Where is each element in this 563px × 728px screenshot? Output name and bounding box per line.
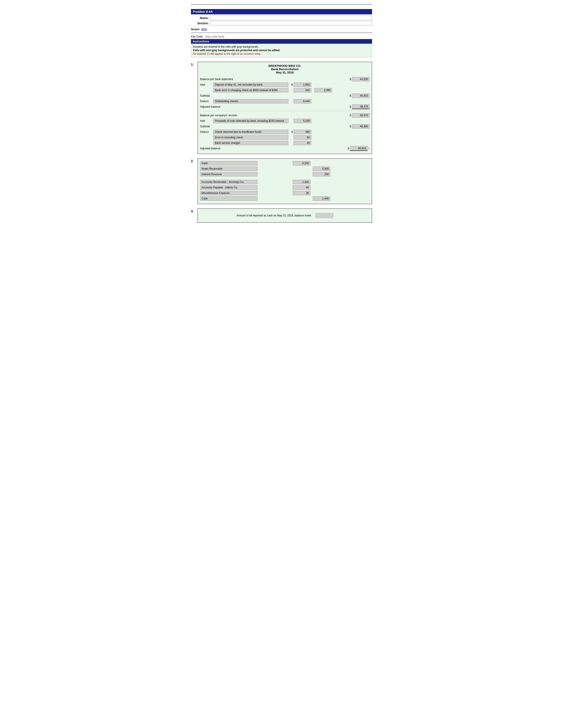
journal-debit-5[interactable]: 90 xyxy=(293,185,311,190)
journal-debit-1[interactable]: 5,250 xyxy=(293,161,311,165)
name-input[interactable] xyxy=(210,16,372,20)
adj1-dollar: $ xyxy=(349,105,352,108)
add-subtotal-right[interactable]: 2,390 xyxy=(315,88,332,92)
journal-entry-1-cash: Cash 5,250 xyxy=(200,161,370,166)
company-balance-amt[interactable]: 35,670 xyxy=(352,113,370,118)
journal-credit-7[interactable]: 1,445 xyxy=(313,196,330,201)
instruction-line2: Cells with non-gray backgrounds are prot… xyxy=(193,49,280,52)
add-item1-amt[interactable]: 1,850 xyxy=(294,83,311,87)
bank-balance-label: Balance per bank statement xyxy=(200,78,248,81)
recon-title3: May 31, 2016 xyxy=(200,71,370,74)
deduct2-item1-row: Deduct: Check returned due to insufficie… xyxy=(200,129,370,134)
deduct2-item1-amt[interactable]: 390 xyxy=(294,130,311,134)
journal-account-7[interactable]: Cash xyxy=(200,196,257,201)
part1-content: BRENTWOOD BIKE CO. Bank Reconciliation M… xyxy=(197,62,372,154)
add-item1-desc[interactable]: Deposit of May 31, not recorded by bank xyxy=(213,83,289,87)
problem-header: Problem 8-4A xyxy=(191,9,372,14)
deduct2-item2-row: Error in recording check 90 xyxy=(200,135,370,140)
journal-account-5[interactable]: Accounts Payable - Adkins Co. xyxy=(200,185,257,190)
add-label1: Add: xyxy=(200,83,213,86)
recon-title: BRENTWOOD BIKE CO. Bank Reconciliation M… xyxy=(200,64,370,74)
journal-credit-2[interactable]: 5,000 xyxy=(313,167,330,171)
instructions-header: Instructions xyxy=(191,39,372,44)
adj2-dollar: $ xyxy=(347,147,350,150)
deduct2-item1-desc[interactable]: Check returned due to insufficient funds xyxy=(213,130,289,134)
keycode-value: [Key code here] xyxy=(205,35,224,38)
keycode-label: Key Code: xyxy=(191,35,203,38)
subtotal1-row: Subtotal $ 45,915 xyxy=(200,93,370,98)
subtotal2-amt[interactable]: 40,920 xyxy=(352,124,370,129)
company-balance-label: Balance per company's records xyxy=(200,114,248,117)
part3-section: 3. Amount to be reported as cash on May … xyxy=(191,208,372,223)
deduct-label1: Deduct: xyxy=(200,100,213,103)
add2-item1-desc[interactable]: Proceeds of note collected by bank, incl… xyxy=(213,119,289,123)
journal-entry-1-notes: Notes Receivable 5,000 xyxy=(200,166,370,171)
journal-entry-2-ar: Accounts Receivable - Jennings Co. 1,325 xyxy=(200,180,370,184)
part3-value[interactable] xyxy=(316,213,333,218)
journal-debit-4[interactable]: 1,325 xyxy=(293,180,311,184)
bank-balance-row: Balance per bank statement $ 43,525 xyxy=(200,77,370,82)
subtotal1-amt[interactable]: 45,915 xyxy=(352,94,370,98)
add-item2-row: Bank error in charging check as $930 ins… xyxy=(200,88,370,93)
add-item2-desc[interactable]: Bank error in charging check as $930 ins… xyxy=(213,88,289,92)
part3-label: Amount to be reported as cash on May 31,… xyxy=(236,214,311,217)
journal-entry-1-interest: Interest Revenue 250 xyxy=(200,172,370,177)
deduct-item1-amt[interactable]: 6,440 xyxy=(294,99,311,103)
part1-number: 1. xyxy=(191,62,197,154)
add-item2-amt[interactable]: 540 xyxy=(294,88,311,92)
instruction-line3: An asterisk (*) will appear to the right… xyxy=(193,52,370,55)
deduct-item1-desc[interactable]: Outstanding checks xyxy=(213,99,289,103)
problem-title: Problem 8-4A xyxy=(193,10,212,13)
journal-account-6[interactable]: Miscellaneous Expense xyxy=(200,191,257,195)
deduct2-item3-amt[interactable]: 30 xyxy=(294,141,311,145)
add2-label: Add: xyxy=(200,119,213,122)
journal-entry-2-cash: Cash 1,445 xyxy=(200,196,370,201)
recon-title1: BRENTWOOD BIKE CO. xyxy=(200,64,370,68)
part1-section: 1. BRENTWOOD BIKE CO. Bank Reconciliatio… xyxy=(191,62,372,154)
adjusted-balance1-amt[interactable]: 39,475 xyxy=(352,104,370,109)
add2-item1-row: Add: Proceeds of note collected by bank,… xyxy=(200,118,370,123)
company-balance-row: Balance per company's records $ 35,670 xyxy=(200,113,370,118)
add-item1-dollar: $ xyxy=(291,83,294,86)
part3-content: Amount to be reported as cash on May 31,… xyxy=(197,208,372,223)
subtotal2-label: Subtotal xyxy=(200,125,248,128)
journal-debit-6[interactable]: 30 xyxy=(293,191,311,195)
journal-credit-3[interactable]: 250 xyxy=(313,172,330,176)
instructions-body: Answers are entered in the cells with gr… xyxy=(191,44,372,57)
section-label: Section: xyxy=(191,22,209,25)
deduct2-item3-row: Bank service charges 30 xyxy=(200,141,370,145)
adjusted-balance1-row: Adjusted balance $ 39,475 xyxy=(200,104,370,109)
journal-account-3[interactable]: Interest Revenue xyxy=(200,172,257,176)
journal-entry-2-ap: Accounts Payable - Adkins Co. 90 xyxy=(200,185,370,190)
adjusted-balance2-label: Adjusted balance xyxy=(200,147,248,150)
bank-dollar: $ xyxy=(349,78,352,81)
adjusted-balance2-amt[interactable]: 40,410 xyxy=(350,146,368,151)
part3-number: 3. xyxy=(191,208,197,223)
name-label: Name: xyxy=(191,16,209,20)
instruction-line1: Answers are entered in the cells with gr… xyxy=(193,45,370,48)
journal-account-4[interactable]: Accounts Receivable - Jennings Co. xyxy=(200,180,257,184)
subtotal1-label: Subtotal xyxy=(200,94,248,97)
deduct2-item2-desc[interactable]: Error in recording check xyxy=(213,135,289,140)
journal-account-1[interactable]: Cash xyxy=(200,161,257,165)
bank-balance-value[interactable]: 43,525 xyxy=(352,77,370,81)
add-item1-row: Add: Deposit of May 31, not recorded by … xyxy=(200,82,370,87)
deduct-item1-row: Deduct: Outstanding checks 6,440 xyxy=(200,99,370,104)
journal-entry-2-misc: Miscellaneous Expense 30 xyxy=(200,191,370,195)
add2-item1-amt[interactable]: 5,250 xyxy=(294,119,311,123)
deduct2-item3-desc[interactable]: Bank service charges xyxy=(213,141,289,145)
part2-number: 2. xyxy=(191,158,197,204)
section-input[interactable] xyxy=(210,21,372,25)
part2-content: Cash 5,250 Notes Receivable 5,000 Intere… xyxy=(197,158,372,204)
adjusted-balance2-row: Adjusted balance $ 40,410 * xyxy=(200,146,370,151)
subtotal2-row: Subtotal $ 40,920 xyxy=(200,124,370,129)
subtotal1-dollar: $ xyxy=(349,94,352,97)
company-dollar: $ xyxy=(349,114,352,117)
asterisk-indicator: * xyxy=(369,147,370,150)
recon-title2: Bank Reconciliation xyxy=(200,68,370,71)
journal-account-2[interactable]: Notes Receivable xyxy=(200,167,257,171)
part3-row: Amount to be reported as cash on May 31,… xyxy=(200,211,370,220)
adjusted-balance1-label: Adjusted balance xyxy=(200,105,248,108)
deduct2-item2-amt[interactable]: 90 xyxy=(294,135,311,140)
part2-section: 2. Cash 5,250 Notes Receivable 5,000 Int… xyxy=(191,158,372,204)
